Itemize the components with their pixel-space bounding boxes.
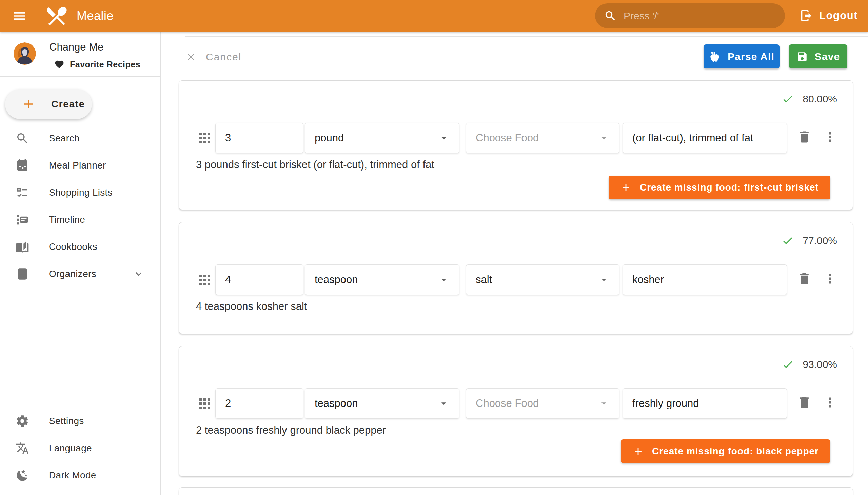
sidebar-item-label: Organizers (49, 269, 96, 279)
close-icon (185, 51, 197, 63)
sidebar-item-label: Language (49, 443, 92, 454)
menu-icon[interactable] (10, 6, 30, 26)
sidebar-item-language[interactable]: Language (0, 434, 160, 462)
menu-down-icon (598, 398, 610, 409)
create-label: Create (51, 99, 85, 110)
sidebar-item-cookbooks[interactable]: Cookbooks (0, 233, 160, 260)
quantity-field (215, 388, 304, 419)
food-select[interactable]: salt (466, 264, 619, 295)
translate-icon (13, 441, 32, 455)
global-search[interactable] (595, 3, 785, 28)
create-missing-food-label: Create missing food: black pepper (652, 446, 819, 457)
menu-down-icon (438, 398, 449, 409)
logout-button[interactable]: Logout (800, 5, 858, 27)
delete-button[interactable] (797, 395, 812, 410)
unit-select[interactable]: teaspoon (305, 264, 459, 295)
moon-icon (13, 468, 32, 482)
sidebar: Change Me Favorite Recipes Create Search (0, 32, 161, 495)
drag-handle-icon[interactable] (198, 397, 211, 410)
cancel-label: Cancel (206, 51, 241, 63)
menu-down-icon (438, 132, 449, 144)
quantity-input[interactable] (225, 274, 294, 286)
ingredient-input-row: pound Choose Food (179, 123, 853, 153)
sidebar-item-meal-planner[interactable]: Meal Planner (0, 152, 160, 179)
sidebar-item-shopping-lists[interactable]: Shopping Lists (0, 179, 160, 206)
unit-value: teaspoon (314, 397, 434, 410)
trash-icon (797, 395, 812, 410)
quantity-field (215, 123, 304, 153)
food-placeholder: Choose Food (476, 397, 594, 410)
cancel-button[interactable]: Cancel (185, 46, 241, 68)
sidebar-nav: Search Meal Planner (0, 125, 160, 288)
chevron-down-icon (129, 268, 148, 280)
original-ingredient-text: 3 pounds first-cut brisket (or flat-cut)… (196, 159, 434, 171)
plus-icon (632, 445, 644, 457)
delete-button[interactable] (797, 271, 812, 286)
trash-icon (797, 130, 812, 144)
quantity-input[interactable] (225, 397, 294, 410)
plus-icon (620, 182, 632, 193)
parse-all-button[interactable]: Parse All (703, 45, 780, 68)
save-button[interactable]: Save (789, 45, 847, 68)
delete-button[interactable] (797, 130, 812, 144)
plus-icon (21, 97, 36, 111)
kebab-icon (822, 271, 837, 286)
ingredient-card: 80.00% pound Choose Food (179, 80, 853, 210)
create-missing-food-button[interactable]: Create missing food: first-cut brisket (609, 176, 830, 199)
ingredient-input-row: teaspoon Choose Food (179, 388, 853, 419)
confidence-value: 93.00% (803, 359, 837, 370)
next-ingredient-card-partial (179, 487, 853, 495)
note-input[interactable] (632, 132, 777, 144)
sidebar-item-label: Dark Mode (49, 470, 96, 481)
note-input[interactable] (632, 274, 777, 286)
original-ingredient-text: 2 teaspoons freshly ground black pepper (196, 424, 386, 436)
unit-value: teaspoon (314, 274, 434, 286)
sidebar-item-label: Settings (49, 416, 84, 427)
avatar[interactable] (14, 42, 36, 65)
more-options-button[interactable] (822, 271, 837, 286)
checklist-icon (13, 186, 32, 199)
unit-select[interactable]: teaspoon (305, 388, 459, 419)
logout-label: Logout (819, 10, 858, 22)
create-button[interactable]: Create (5, 89, 92, 119)
more-options-button[interactable] (822, 395, 837, 410)
note-field (623, 264, 787, 295)
sidebar-item-label: Search (49, 133, 80, 144)
search-input[interactable] (624, 10, 766, 22)
create-missing-food-button[interactable]: Create missing food: black pepper (621, 439, 830, 463)
user-block: Change Me Favorite Recipes (0, 32, 160, 76)
sidebar-item-timeline[interactable]: Timeline (0, 206, 160, 233)
food-select[interactable]: Choose Food (466, 388, 619, 419)
sidebar-item-label: Cookbooks (49, 241, 97, 252)
search-icon (604, 10, 617, 22)
note-field (623, 388, 787, 419)
confidence-value: 80.00% (803, 93, 837, 105)
check-icon (782, 358, 794, 371)
sidebar-item-label: Meal Planner (49, 160, 106, 171)
note-input[interactable] (632, 397, 777, 410)
quantity-input[interactable] (225, 132, 294, 144)
sidebar-item-dark-mode[interactable]: Dark Mode (0, 462, 160, 489)
drag-handle-icon[interactable] (198, 273, 211, 286)
check-icon (782, 93, 794, 105)
create-missing-food-label: Create missing food: first-cut brisket (640, 182, 819, 193)
heart-icon (54, 59, 64, 69)
apple-icon (709, 51, 721, 63)
more-options-button[interactable] (822, 130, 837, 144)
content-top-divider (185, 36, 868, 37)
ingredient-card: 93.00% teaspoon Choose Food (179, 346, 853, 476)
menu-down-icon (598, 132, 610, 144)
save-icon (797, 51, 808, 62)
sidebar-item-organizers[interactable]: Organizers (0, 260, 160, 288)
food-value: salt (476, 274, 594, 286)
sidebar-item-search[interactable]: Search (0, 125, 160, 152)
sidebar-item-settings[interactable]: Settings (0, 408, 160, 434)
ingredient-parser-main: Cancel Parse All Save 80.00% (161, 32, 868, 495)
drag-handle-icon[interactable] (198, 132, 211, 144)
trash-icon (797, 271, 812, 286)
confidence-indicator: 93.00% (782, 358, 837, 371)
book-open-icon (13, 240, 32, 254)
unit-select[interactable]: pound (305, 123, 459, 153)
favorite-recipes-link[interactable]: Favorite Recipes (54, 59, 140, 69)
food-select[interactable]: Choose Food (466, 123, 619, 153)
